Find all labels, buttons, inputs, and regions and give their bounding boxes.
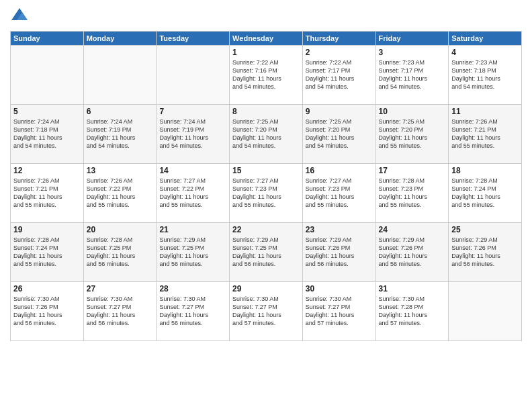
calendar-cell: 20Sunrise: 7:28 AM Sunset: 7:25 PM Dayli… — [83, 223, 157, 282]
day-number: 16 — [306, 166, 373, 175]
day-info: Sunrise: 7:29 AM Sunset: 7:25 PM Dayligh… — [232, 236, 300, 269]
calendar-cell: 26Sunrise: 7:30 AM Sunset: 7:26 PM Dayli… — [11, 282, 84, 341]
calendar-cell: 18Sunrise: 7:28 AM Sunset: 7:24 PM Dayli… — [449, 164, 522, 223]
calendar-cell: 21Sunrise: 7:29 AM Sunset: 7:25 PM Dayli… — [157, 223, 230, 282]
day-number: 8 — [232, 107, 300, 116]
day-number: 5 — [13, 107, 81, 116]
calendar-cell: 29Sunrise: 7:30 AM Sunset: 7:27 PM Dayli… — [230, 282, 303, 341]
day-number: 3 — [379, 48, 446, 57]
day-info: Sunrise: 7:29 AM Sunset: 7:25 PM Dayligh… — [159, 236, 226, 269]
calendar-cell: 24Sunrise: 7:29 AM Sunset: 7:26 PM Dayli… — [375, 223, 449, 282]
day-info: Sunrise: 7:30 AM Sunset: 7:28 PM Dayligh… — [379, 295, 446, 328]
weekday-header-tuesday: Tuesday — [157, 32, 230, 46]
day-info: Sunrise: 7:25 AM Sunset: 7:20 PM Dayligh… — [232, 118, 300, 150]
day-info: Sunrise: 7:26 AM Sunset: 7:21 PM Dayligh… — [451, 118, 519, 150]
calendar-week-row: 1Sunrise: 7:22 AM Sunset: 7:16 PM Daylig… — [11, 46, 522, 105]
day-info: Sunrise: 7:29 AM Sunset: 7:26 PM Dayligh… — [306, 236, 373, 269]
calendar-week-row: 5Sunrise: 7:24 AM Sunset: 7:18 PM Daylig… — [11, 105, 522, 164]
day-info: Sunrise: 7:27 AM Sunset: 7:22 PM Dayligh… — [159, 177, 226, 210]
weekday-header-row: SundayMondayTuesdayWednesdayThursdayFrid… — [11, 32, 522, 46]
calendar-cell: 6Sunrise: 7:24 AM Sunset: 7:19 PM Daylig… — [83, 105, 157, 164]
calendar-cell: 28Sunrise: 7:30 AM Sunset: 7:27 PM Dayli… — [157, 282, 230, 341]
day-info: Sunrise: 7:30 AM Sunset: 7:27 PM Dayligh… — [159, 295, 226, 328]
page: SundayMondayTuesdayWednesdayThursdayFrid… — [0, 0, 532, 411]
calendar-cell: 23Sunrise: 7:29 AM Sunset: 7:26 PM Dayli… — [302, 223, 375, 282]
day-number: 9 — [306, 107, 373, 116]
day-number: 12 — [13, 166, 81, 175]
calendar-cell: 11Sunrise: 7:26 AM Sunset: 7:21 PM Dayli… — [449, 105, 522, 164]
calendar-cell: 8Sunrise: 7:25 AM Sunset: 7:20 PM Daylig… — [230, 105, 303, 164]
weekday-header-wednesday: Wednesday — [230, 32, 303, 46]
calendar-cell — [157, 46, 230, 105]
day-number: 18 — [451, 166, 519, 175]
calendar-cell: 31Sunrise: 7:30 AM Sunset: 7:28 PM Dayli… — [375, 282, 449, 341]
day-info: Sunrise: 7:28 AM Sunset: 7:24 PM Dayligh… — [13, 236, 81, 269]
day-number: 10 — [379, 107, 446, 116]
day-info: Sunrise: 7:29 AM Sunset: 7:26 PM Dayligh… — [451, 236, 519, 269]
day-info: Sunrise: 7:30 AM Sunset: 7:27 PM Dayligh… — [306, 295, 373, 328]
day-info: Sunrise: 7:30 AM Sunset: 7:27 PM Dayligh… — [87, 295, 154, 328]
calendar-cell: 14Sunrise: 7:27 AM Sunset: 7:22 PM Dayli… — [157, 164, 230, 223]
day-info: Sunrise: 7:25 AM Sunset: 7:20 PM Dayligh… — [306, 118, 373, 150]
day-info: Sunrise: 7:26 AM Sunset: 7:22 PM Dayligh… — [87, 177, 154, 210]
logo — [10, 7, 31, 26]
calendar-cell: 15Sunrise: 7:27 AM Sunset: 7:23 PM Dayli… — [230, 164, 303, 223]
calendar-cell — [449, 282, 522, 341]
calendar-cell: 9Sunrise: 7:25 AM Sunset: 7:20 PM Daylig… — [302, 105, 375, 164]
day-info: Sunrise: 7:27 AM Sunset: 7:23 PM Dayligh… — [306, 177, 373, 210]
calendar-cell: 22Sunrise: 7:29 AM Sunset: 7:25 PM Dayli… — [230, 223, 303, 282]
day-number: 23 — [306, 225, 373, 234]
calendar-cell — [11, 46, 84, 105]
calendar-cell: 25Sunrise: 7:29 AM Sunset: 7:26 PM Dayli… — [449, 223, 522, 282]
day-number: 7 — [159, 107, 226, 116]
day-info: Sunrise: 7:25 AM Sunset: 7:20 PM Dayligh… — [379, 118, 446, 150]
calendar-cell: 16Sunrise: 7:27 AM Sunset: 7:23 PM Dayli… — [302, 164, 375, 223]
calendar-cell: 19Sunrise: 7:28 AM Sunset: 7:24 PM Dayli… — [11, 223, 84, 282]
calendar-week-row: 12Sunrise: 7:26 AM Sunset: 7:21 PM Dayli… — [11, 164, 522, 223]
weekday-header-friday: Friday — [375, 32, 449, 46]
calendar-cell: 3Sunrise: 7:23 AM Sunset: 7:17 PM Daylig… — [375, 46, 449, 105]
calendar-cell — [83, 46, 157, 105]
weekday-header-monday: Monday — [83, 32, 157, 46]
weekday-header-sunday: Sunday — [11, 32, 84, 46]
day-info: Sunrise: 7:28 AM Sunset: 7:24 PM Dayligh… — [451, 177, 519, 210]
calendar-table: SundayMondayTuesdayWednesdayThursdayFrid… — [10, 31, 522, 341]
weekday-header-thursday: Thursday — [302, 32, 375, 46]
day-number: 2 — [306, 48, 373, 57]
calendar-cell: 13Sunrise: 7:26 AM Sunset: 7:22 PM Dayli… — [83, 164, 157, 223]
calendar-cell: 27Sunrise: 7:30 AM Sunset: 7:27 PM Dayli… — [83, 282, 157, 341]
calendar-week-row: 26Sunrise: 7:30 AM Sunset: 7:26 PM Dayli… — [11, 282, 522, 341]
header — [10, 7, 522, 26]
calendar-cell: 30Sunrise: 7:30 AM Sunset: 7:27 PM Dayli… — [302, 282, 375, 341]
day-info: Sunrise: 7:22 AM Sunset: 7:17 PM Dayligh… — [306, 58, 373, 91]
day-number: 24 — [379, 225, 446, 234]
day-info: Sunrise: 7:24 AM Sunset: 7:18 PM Dayligh… — [13, 118, 81, 150]
day-info: Sunrise: 7:23 AM Sunset: 7:17 PM Dayligh… — [379, 58, 446, 91]
day-info: Sunrise: 7:29 AM Sunset: 7:26 PM Dayligh… — [379, 236, 446, 269]
day-info: Sunrise: 7:26 AM Sunset: 7:21 PM Dayligh… — [13, 177, 81, 210]
day-number: 14 — [159, 166, 226, 175]
day-number: 1 — [232, 48, 300, 57]
calendar-cell: 10Sunrise: 7:25 AM Sunset: 7:20 PM Dayli… — [375, 105, 449, 164]
day-number: 29 — [232, 284, 300, 293]
weekday-header-saturday: Saturday — [449, 32, 522, 46]
calendar-cell: 2Sunrise: 7:22 AM Sunset: 7:17 PM Daylig… — [302, 46, 375, 105]
calendar-cell: 5Sunrise: 7:24 AM Sunset: 7:18 PM Daylig… — [11, 105, 84, 164]
day-number: 25 — [451, 225, 519, 234]
calendar-cell: 7Sunrise: 7:24 AM Sunset: 7:19 PM Daylig… — [157, 105, 230, 164]
day-number: 6 — [87, 107, 154, 116]
calendar-cell: 4Sunrise: 7:23 AM Sunset: 7:18 PM Daylig… — [449, 46, 522, 105]
day-number: 28 — [159, 284, 226, 293]
day-number: 4 — [451, 48, 519, 57]
logo-icon — [10, 7, 29, 26]
day-number: 17 — [379, 166, 446, 175]
day-number: 13 — [87, 166, 154, 175]
day-info: Sunrise: 7:30 AM Sunset: 7:26 PM Dayligh… — [13, 295, 81, 328]
day-info: Sunrise: 7:22 AM Sunset: 7:16 PM Dayligh… — [232, 58, 300, 91]
day-info: Sunrise: 7:24 AM Sunset: 7:19 PM Dayligh… — [87, 118, 154, 150]
day-number: 26 — [13, 284, 81, 293]
day-info: Sunrise: 7:28 AM Sunset: 7:23 PM Dayligh… — [379, 177, 446, 210]
day-number: 21 — [159, 225, 226, 234]
day-number: 19 — [13, 225, 81, 234]
calendar-cell: 1Sunrise: 7:22 AM Sunset: 7:16 PM Daylig… — [230, 46, 303, 105]
